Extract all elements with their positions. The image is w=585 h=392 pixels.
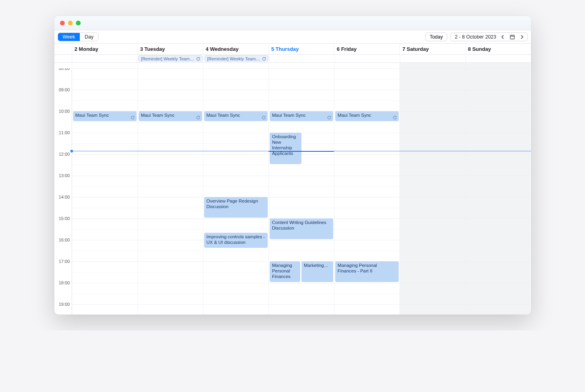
calendar-event[interactable]: Content Writing Guidelines Discussion bbox=[270, 218, 333, 239]
allday-event[interactable]: [Reminder] Weekly Team… bbox=[205, 55, 268, 62]
day-header[interactable]: 7 Saturday bbox=[400, 44, 465, 54]
allday-row: [Reminder] Weekly Team… [Reminder] Weekl… bbox=[54, 55, 531, 63]
hour-label: 08:00 bbox=[59, 68, 70, 71]
event-title: Managing Personal Finances -… bbox=[272, 263, 298, 282]
calendar-event[interactable]: Maui Team Sync bbox=[270, 111, 333, 121]
calendar-event[interactable]: Managing Personal Finances -… bbox=[270, 261, 300, 282]
hour-label: 17:00 bbox=[59, 259, 70, 264]
day-column[interactable] bbox=[400, 68, 465, 315]
hour-label: 09:00 bbox=[59, 87, 70, 92]
calendar-event[interactable]: Overview Page Redesign Discussion bbox=[204, 197, 268, 218]
event-title: Maui Team Sync bbox=[141, 112, 200, 118]
day-column-today[interactable]: Maui Team SyncOnboarding New Internship … bbox=[268, 68, 334, 315]
calendar-event[interactable]: Onboarding New Internship Applicants bbox=[270, 133, 301, 164]
event-title: Onboarding New Internship Applicants bbox=[272, 134, 299, 156]
event-title: Marketing… bbox=[304, 263, 331, 268]
hour-label: 18:00 bbox=[59, 280, 70, 285]
calendar-event[interactable]: Maui Team Sync bbox=[335, 111, 399, 121]
maximize-window-button[interactable] bbox=[76, 21, 81, 25]
hour-label: 19:00 bbox=[59, 302, 70, 307]
hour-label: 11:00 bbox=[59, 130, 70, 135]
pregap-row bbox=[54, 63, 531, 68]
calendar-event[interactable]: Managing Personal Finances - Part II bbox=[335, 261, 399, 282]
hour-label: 10:00 bbox=[59, 109, 70, 114]
day-header[interactable]: 2 Monday bbox=[72, 44, 137, 54]
recurring-icon bbox=[130, 115, 135, 120]
date-range-label: 2 - 8 October 2023 bbox=[455, 34, 496, 40]
recurring-icon bbox=[196, 56, 201, 61]
day-column[interactable]: Maui Team SyncOverview Page Redesign Dis… bbox=[203, 68, 268, 315]
day-header[interactable]: 3 Tuesday bbox=[137, 44, 203, 54]
day-header[interactable]: 4 Wednesday bbox=[203, 44, 268, 54]
hour-label: 16:00 bbox=[59, 238, 70, 242]
calendar-icon[interactable] bbox=[509, 34, 515, 40]
window-titlebar bbox=[54, 16, 531, 30]
calendar-event[interactable]: Marketing… bbox=[301, 261, 333, 282]
view-switch: Week Day bbox=[58, 33, 99, 41]
day-header[interactable]: 8 Sunday bbox=[465, 44, 531, 54]
day-view-button[interactable]: Day bbox=[80, 33, 98, 41]
current-time-indicator bbox=[268, 151, 334, 152]
event-title: Content Writing Guidelines Discussion bbox=[272, 220, 331, 231]
calendar-event[interactable]: Maui Team Sync bbox=[73, 111, 137, 121]
toolbar: Week Day Today 2 - 8 October 2023 bbox=[54, 30, 531, 44]
day-column[interactable]: Maui Team Sync bbox=[72, 68, 137, 315]
calendar-event[interactable]: Improving controls samples - UX & UI dis… bbox=[204, 233, 268, 247]
prev-week-icon[interactable] bbox=[500, 34, 506, 40]
calendar-scroll-area[interactable]: 08:0009:0010:0011:0012:0013:0014:0015:00… bbox=[54, 68, 531, 315]
day-header-row: 2 Monday 3 Tuesday 4 Wednesday 5 Thursda… bbox=[54, 44, 531, 55]
recurring-icon bbox=[261, 115, 266, 120]
event-title: Improving controls samples - UX & UI dis… bbox=[207, 234, 265, 245]
day-column[interactable] bbox=[465, 68, 531, 315]
event-title: Maui Team Sync bbox=[338, 112, 396, 118]
event-title: Managing Personal Finances - Part II bbox=[338, 263, 396, 274]
day-header-today[interactable]: 5 Thursday bbox=[268, 44, 334, 54]
event-title: Maui Team Sync bbox=[272, 112, 331, 118]
day-column[interactable]: Maui Team SyncManaging Personal Finances… bbox=[334, 68, 400, 315]
close-window-button[interactable] bbox=[60, 21, 65, 25]
event-title: Maui Team Sync bbox=[207, 112, 265, 118]
recurring-icon bbox=[196, 115, 201, 120]
calendar-event[interactable]: Maui Team Sync bbox=[204, 111, 268, 121]
allday-event[interactable]: [Reminder] Weekly Team… bbox=[138, 55, 202, 62]
today-button[interactable]: Today bbox=[425, 33, 447, 41]
calendar-event[interactable]: Maui Team Sync bbox=[139, 111, 202, 121]
svg-rect-0 bbox=[510, 35, 514, 39]
recurring-icon bbox=[327, 115, 332, 120]
recurring-icon bbox=[392, 115, 397, 120]
day-column[interactable]: Maui Team Sync bbox=[137, 68, 203, 315]
minimize-window-button[interactable] bbox=[68, 21, 73, 25]
next-week-icon[interactable] bbox=[519, 34, 525, 40]
event-title: Overview Page Redesign Discussion bbox=[207, 198, 265, 209]
week-view-button[interactable]: Week bbox=[58, 33, 80, 41]
hour-label: 12:00 bbox=[59, 152, 70, 156]
date-range-picker[interactable]: 2 - 8 October 2023 bbox=[450, 33, 527, 41]
hour-label: 14:00 bbox=[59, 195, 70, 199]
hour-label: 13:00 bbox=[59, 173, 70, 178]
hour-label: 15:00 bbox=[59, 216, 70, 221]
recurring-icon bbox=[262, 56, 266, 61]
day-header[interactable]: 6 Friday bbox=[334, 44, 400, 54]
event-title: Maui Team Sync bbox=[75, 112, 134, 118]
